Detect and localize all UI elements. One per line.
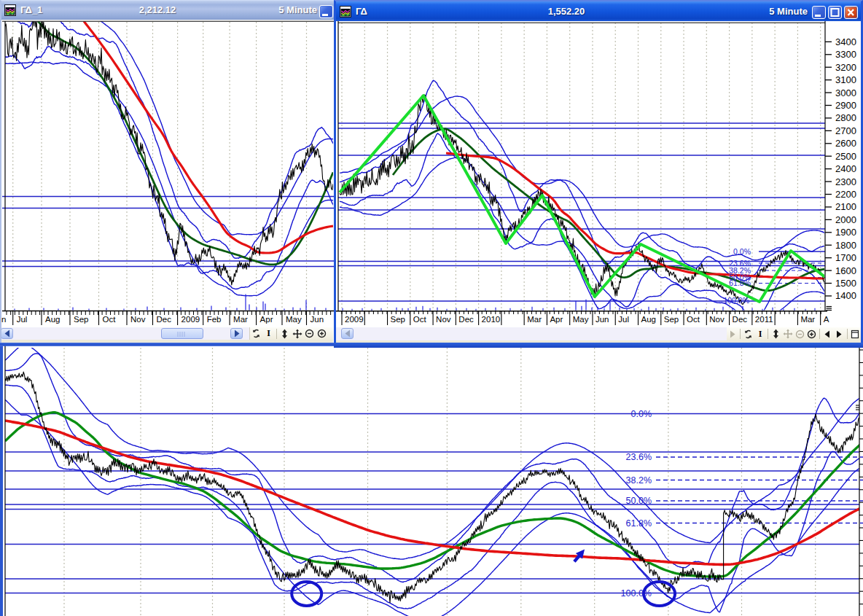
svg-text:2009: 2009 (345, 315, 364, 324)
svg-text:38.2%: 38.2% (626, 475, 652, 486)
svg-text:Dec: Dec (733, 315, 748, 324)
svg-text:23.6%: 23.6% (626, 452, 652, 462)
svg-text:61.8%: 61.8% (626, 518, 652, 529)
svg-text:1700: 1700 (835, 252, 856, 263)
svg-text:1800: 1800 (835, 240, 856, 251)
svg-text:Sep: Sep (391, 315, 405, 324)
svg-text:2010: 2010 (482, 315, 501, 324)
svg-text:0.0%: 0.0% (631, 409, 652, 419)
svg-text:Oct: Oct (687, 315, 700, 324)
svg-text:Nov: Nov (130, 315, 146, 324)
svg-text:Apr: Apr (260, 315, 273, 324)
svg-text:Mar: Mar (800, 315, 815, 324)
svg-text:Dec: Dec (157, 315, 172, 324)
svg-text:Feb: Feb (207, 315, 222, 324)
svg-text:Nov: Nov (709, 315, 725, 324)
svg-text:2300: 2300 (835, 176, 856, 187)
svg-text:Mar: Mar (233, 315, 248, 324)
svg-text:n: n (1, 315, 6, 324)
svg-text:1900: 1900 (835, 227, 856, 238)
svg-text:3200: 3200 (835, 62, 856, 73)
svg-text:2500: 2500 (835, 151, 856, 162)
svg-text:Oct: Oct (103, 315, 117, 324)
svg-text:2700: 2700 (835, 125, 856, 136)
svg-text:Jun: Jun (595, 315, 609, 324)
svg-text:100.0%: 100.0% (723, 296, 749, 305)
svg-text:1400: 1400 (835, 290, 856, 301)
svg-text:2100: 2100 (835, 201, 856, 212)
svg-text:A: A (824, 315, 829, 324)
svg-text:Jun: Jun (311, 315, 324, 324)
svg-text:1600: 1600 (835, 265, 856, 276)
svg-text:2400: 2400 (835, 163, 856, 174)
svg-text:Mar: Mar (527, 315, 542, 324)
svg-text:Dec: Dec (458, 315, 474, 324)
svg-text:1500: 1500 (835, 278, 856, 289)
svg-text:2011: 2011 (755, 315, 773, 324)
svg-text:2009: 2009 (181, 315, 200, 324)
svg-text:Oct: Oct (413, 315, 427, 324)
svg-text:100.0%: 100.0% (621, 588, 652, 599)
svg-text:Sep: Sep (664, 315, 679, 324)
svg-text:0.0%: 0.0% (733, 247, 751, 256)
svg-text:Aug: Aug (641, 315, 656, 324)
svg-text:May: May (286, 315, 302, 324)
svg-text:61.8%: 61.8% (729, 278, 751, 287)
svg-text:Sep: Sep (74, 315, 88, 324)
svg-text:3400: 3400 (835, 36, 856, 47)
svg-text:2200: 2200 (835, 189, 856, 200)
svg-text:Aug: Aug (45, 315, 60, 324)
svg-text:2600: 2600 (835, 138, 856, 149)
svg-text:Jul: Jul (618, 315, 629, 324)
svg-text:Nov: Nov (436, 315, 451, 324)
svg-text:Apr: Apr (550, 315, 563, 324)
svg-text:3000: 3000 (835, 87, 856, 98)
svg-text:3100: 3100 (835, 74, 856, 85)
svg-text:May: May (573, 315, 589, 324)
svg-text:2900: 2900 (835, 100, 856, 111)
svg-text:50.0%: 50.0% (626, 496, 652, 506)
svg-text:3300: 3300 (835, 49, 856, 60)
svg-text:2800: 2800 (835, 112, 856, 123)
svg-text:2000: 2000 (835, 214, 856, 225)
svg-text:Jul: Jul (17, 315, 28, 324)
